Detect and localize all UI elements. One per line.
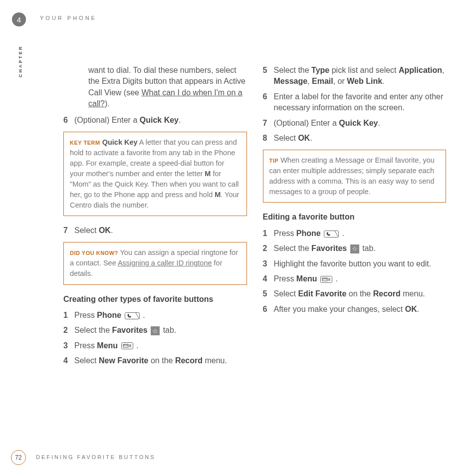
t: on the bbox=[149, 356, 175, 365]
t: Email bbox=[312, 77, 333, 85]
t: Menu bbox=[97, 341, 120, 350]
creating-step-4: 4 Select New Favorite on the Record menu… bbox=[63, 355, 247, 366]
step-6: 6 (Optional) Enter a Quick Key. bbox=[63, 115, 247, 126]
t: Press bbox=[274, 229, 296, 238]
t: Record bbox=[373, 289, 401, 298]
key-term-title: Quick Key bbox=[102, 138, 138, 146]
t: Select bbox=[274, 289, 298, 298]
t: Message bbox=[274, 77, 308, 85]
step-text: (Optional) Enter a Quick Key. bbox=[74, 115, 247, 126]
footer: 72 DEFINING FAVORITE BUTTONS bbox=[11, 450, 156, 465]
t: . bbox=[417, 305, 419, 313]
step-number: 1 bbox=[263, 228, 274, 239]
step-text: Select OK. bbox=[74, 225, 247, 236]
t: (Optional) Enter a bbox=[274, 119, 339, 127]
step-number: 2 bbox=[63, 325, 74, 336]
did-you-know-callout: DID YOU KNOW? You can assign a special r… bbox=[63, 242, 247, 284]
caller-id-ringtone-link[interactable]: Assigning a caller ID ringtone bbox=[118, 259, 212, 267]
creating-step-1: 1 Press Phone . bbox=[63, 310, 247, 321]
step-number: 4 bbox=[263, 273, 274, 284]
t: OK bbox=[99, 226, 111, 235]
editing-step-1: 1 Press Phone . bbox=[263, 228, 447, 239]
chapter-side-label: CHAPTER bbox=[17, 45, 24, 77]
creating-step-7: 7 (Optional) Enter a Quick Key. bbox=[263, 118, 447, 129]
t: pick list and select bbox=[329, 66, 399, 74]
step-number: 3 bbox=[63, 340, 74, 351]
page-number-badge: 72 bbox=[11, 450, 26, 465]
t: When creating a Message or Email favorit… bbox=[269, 156, 435, 196]
step-number: 5 bbox=[263, 65, 274, 76]
t: Select the bbox=[274, 66, 312, 74]
t: Press bbox=[74, 311, 97, 319]
t: OK bbox=[405, 305, 417, 313]
editing-step-5: 5 Select Edit Favorite on the Record men… bbox=[263, 288, 447, 299]
t: Quick Key bbox=[339, 119, 378, 127]
t: Press bbox=[74, 341, 97, 350]
step-text: Highlight the favorite button you want t… bbox=[274, 258, 447, 269]
step-number: 8 bbox=[263, 133, 274, 144]
t: After you make your changes, select bbox=[274, 305, 405, 313]
creating-step-6: 6 Enter a label for the favorite and ent… bbox=[263, 91, 447, 114]
editing-step-3: 3 Highlight the favorite button you want… bbox=[263, 258, 447, 269]
callout-label: KEY TERM bbox=[70, 140, 100, 146]
section-heading-creating: Creating other types of favorite buttons bbox=[63, 294, 247, 305]
footer-section-title: DEFINING FAVORITE BUTTONS bbox=[36, 454, 156, 461]
step-text: Select Edit Favorite on the Record menu. bbox=[274, 288, 447, 299]
step-number: 3 bbox=[263, 258, 274, 269]
t: . bbox=[382, 77, 384, 85]
t: Favorites bbox=[311, 244, 349, 252]
editing-step-6: 6 After you make your changes, select OK… bbox=[263, 304, 447, 315]
t: Favorites bbox=[112, 326, 150, 334]
t: Select bbox=[74, 356, 99, 365]
step-text: (Optional) Enter a Quick Key. bbox=[274, 118, 447, 129]
step-text: Select New Favorite on the Record menu. bbox=[74, 355, 247, 366]
step-text: Select OK. bbox=[274, 133, 447, 144]
menu-button-icon bbox=[320, 276, 332, 283]
step-number: 6 bbox=[263, 304, 274, 315]
step-7: 7 Select OK. bbox=[63, 225, 247, 236]
t: menu. bbox=[203, 356, 227, 365]
t: Select bbox=[274, 134, 298, 142]
t: . bbox=[378, 119, 380, 127]
step-text: Press Menu . bbox=[274, 273, 447, 284]
t: Select the bbox=[74, 326, 112, 334]
menu-button-icon bbox=[121, 342, 133, 349]
t: OK bbox=[298, 134, 310, 142]
t: . bbox=[179, 116, 181, 124]
right-column: 5 Select the Type pick list and select A… bbox=[263, 65, 447, 431]
t: . bbox=[310, 134, 312, 142]
favorites-star-icon bbox=[350, 244, 359, 253]
step-text: Select the Favorites tab. bbox=[274, 243, 447, 254]
text: ). bbox=[105, 99, 110, 108]
step-text: Select the Favorites tab. bbox=[74, 325, 247, 336]
t: Application bbox=[399, 66, 442, 74]
header-title: YOUR PHONE bbox=[40, 14, 97, 22]
t: on the bbox=[346, 289, 373, 298]
t: Type bbox=[311, 66, 329, 74]
intro-paragraph: want to dial. To dial these numbers, sel… bbox=[63, 65, 247, 110]
callout-label: DID YOU KNOW? bbox=[70, 250, 118, 256]
step-text: Press Menu . bbox=[74, 340, 247, 351]
t: Phone bbox=[296, 229, 323, 238]
step-text: Enter a label for the favorite and enter… bbox=[274, 91, 447, 114]
step-number: 7 bbox=[263, 118, 274, 129]
main-content: want to dial. To dial these numbers, sel… bbox=[63, 65, 446, 431]
chapter-number-badge: 4 bbox=[12, 12, 26, 26]
t: Menu bbox=[296, 274, 319, 283]
editing-step-2: 2 Select the Favorites tab. bbox=[263, 243, 447, 254]
t: New Favorite bbox=[99, 356, 149, 365]
t: , bbox=[307, 77, 312, 85]
t: menu. bbox=[401, 289, 425, 298]
creating-step-5: 5 Select the Type pick list and select A… bbox=[263, 65, 447, 87]
section-heading-editing: Editing a favorite button bbox=[263, 212, 447, 223]
t: Select the bbox=[274, 244, 312, 252]
t: (Optional) Enter a bbox=[74, 116, 140, 124]
step-number: 6 bbox=[263, 91, 274, 102]
t: Press bbox=[274, 274, 296, 283]
t: , bbox=[442, 66, 444, 74]
key-term-callout: KEY TERM Quick Key A letter that you can… bbox=[63, 132, 247, 216]
creating-step-2: 2 Select the Favorites tab. bbox=[63, 325, 247, 336]
t: M bbox=[205, 170, 211, 178]
t: Select bbox=[74, 226, 99, 235]
t: Edit Favorite bbox=[298, 289, 346, 298]
